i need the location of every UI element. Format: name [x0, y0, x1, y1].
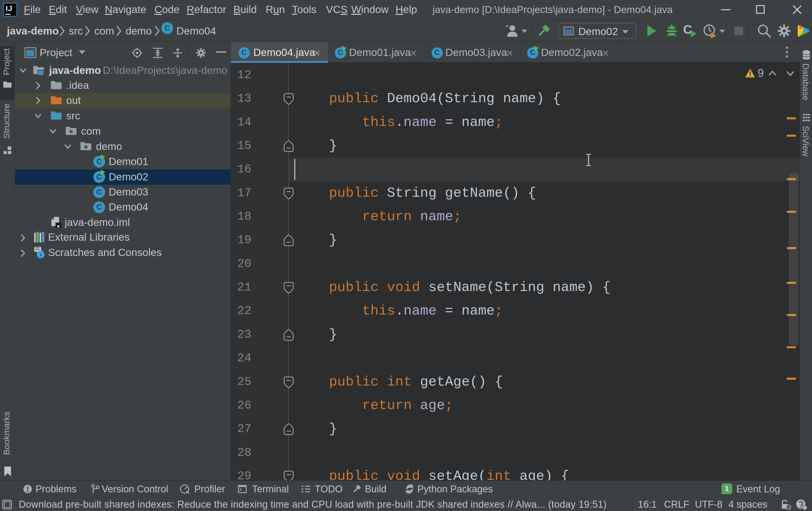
svg-text:1a: 1a — [787, 506, 790, 509]
